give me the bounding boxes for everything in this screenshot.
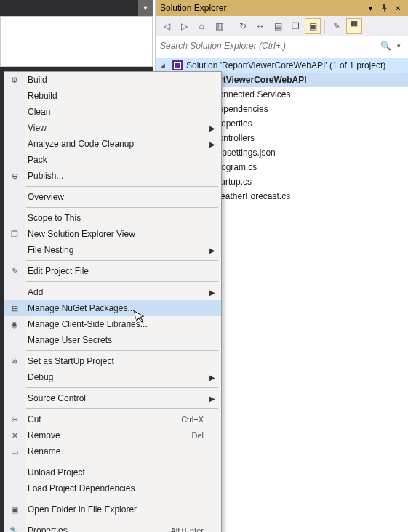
menu-item-label: Pack [28,155,204,165]
solution-search-box[interactable]: 🔍 ▾ [156,36,408,55]
menu-item-label: Rebuild [28,91,204,101]
menu-separator [26,186,218,187]
submenu-arrow-icon: ▶ [209,395,215,403]
menu-item-pack[interactable]: Pack [4,152,221,168]
menu-shortcut: Alt+Enter [163,526,204,532]
menu-item-label: Rename [28,446,204,456]
menu-item-loaddeps[interactable]: Load Project Dependencies [4,480,221,496]
menu-item-debug[interactable]: Debug▶ [4,369,221,385]
solution-explorer-titlebar: Solution Explorer ▾ ✕ [156,0,408,16]
menu-item-build[interactable]: ⚙Build [4,72,221,88]
submenu-arrow-icon: ▶ [209,246,215,254]
tree-item-label: Connected Services [212,89,290,100]
menu-item-label: Debug [28,372,204,382]
solution-label: Solution 'ReportViewerCoreWebAPI' (1 of … [186,60,385,70]
menu-item-secrets[interactable]: Manage User Secrets [4,332,221,348]
menu-item-label: Analyze and Code Cleanup [28,139,204,149]
search-dropdown-icon[interactable]: ▾ [394,42,404,49]
menu-item-nuget[interactable]: ⊞Manage NuGet Packages... [4,300,221,316]
search-icon[interactable]: 🔍 [377,41,394,51]
menu-item-remove[interactable]: ✕RemoveDel [4,427,221,443]
properties-icon[interactable]: ✎ [329,18,345,34]
refresh-icon[interactable]: ↻ [235,18,251,34]
menu-item-newview[interactable]: ❐New Solution Explorer View [4,226,221,242]
menu-item-label: Manage NuGet Packages... [28,303,204,313]
switch-views-icon[interactable]: ▥ [211,18,227,34]
back-icon[interactable]: ◁ [159,18,175,34]
nuget-icon: ⊞ [8,302,21,315]
search-input[interactable] [160,41,377,51]
newview-icon: ❐ [8,227,21,241]
menu-item-label: Unload Project [28,467,204,477]
submenu-arrow-icon: ▶ [209,124,215,132]
editor-blank-area [0,16,153,67]
forward-icon[interactable]: ▷ [176,18,192,34]
submenu-arrow-icon: ▶ [209,289,215,297]
menu-item-unload[interactable]: Unload Project [4,464,221,480]
menu-item-label: New Solution Explorer View [28,229,204,239]
menu-item-publish[interactable]: ⊕Publish... [4,168,221,184]
tree-item-label: appsettings.json [212,148,276,158]
menu-item-label: Clean [28,107,204,117]
menu-item-label: Overview [28,192,204,202]
menu-separator [26,350,218,351]
publish-icon: ⊕ [8,169,21,182]
menu-item-label: Scope to This [28,213,204,223]
menu-item-clean[interactable]: Clean [4,104,221,120]
menu-item-rename[interactable]: ▭Rename [4,443,221,459]
menu-item-label: Remove [28,430,184,440]
menu-item-view[interactable]: View▶ [4,120,221,136]
menu-item-label: Add [28,287,204,297]
startup-icon: ✲ [8,355,21,368]
build-icon: ⚙ [8,73,21,86]
properties-icon: 🔧 [8,524,21,532]
solution-toolbar: ◁ ▷ ⌂ ▥ ↻ ↔ ▤ ❐ ▣ ✎ ▀ [156,16,408,36]
cut-icon: ✂ [8,413,21,426]
menu-item-label: Cut [28,414,174,424]
expand-icon[interactable]: ◢ [160,62,169,69]
show-all-icon[interactable]: ▤ [270,18,286,34]
panel-menu-icon[interactable]: ▾ [364,2,376,14]
menu-item-analyze[interactable]: Analyze and Code Cleanup▶ [4,136,221,152]
menu-item-label: Load Project Dependencies [28,483,204,493]
menu-separator [26,207,218,208]
menu-item-editproj[interactable]: ✎Edit Project File [4,263,221,279]
menu-item-label: Properties [28,525,163,532]
solution-root[interactable]: ◢ Solution 'ReportViewerCoreWebAPI' (1 o… [156,58,408,73]
menu-item-properties[interactable]: 🔧PropertiesAlt+Enter [4,523,221,532]
submenu-arrow-icon: ▶ [209,374,215,382]
home-icon[interactable]: ⌂ [193,18,209,34]
collapse-all-icon[interactable]: ↔ [252,18,268,34]
menu-item-overview[interactable]: Overview [4,189,221,205]
svg-rect-2 [175,63,180,68]
close-icon[interactable]: ✕ [392,2,404,14]
tab-dropdown-arrow[interactable]: ▼ [138,0,153,16]
menu-item-label: Manage User Secrets [28,335,204,345]
menu-item-label: Manage Client-Side Libraries... [28,319,204,329]
menu-shortcut: Del [184,431,204,440]
preview-icon[interactable]: ▣ [305,18,321,34]
menu-item-filenest[interactable]: File Nesting▶ [4,242,221,258]
rename-icon: ▭ [8,445,21,458]
menu-shortcut: Ctrl+X [174,415,204,424]
menu-item-startup[interactable]: ✲Set as StartUp Project [4,353,221,369]
clientlib-icon: ◉ [8,318,21,331]
menu-item-srcctrl[interactable]: Source Control▶ [4,390,221,406]
menu-item-scope[interactable]: Scope to This [4,210,221,226]
menu-item-clientlib[interactable]: ◉Manage Client-Side Libraries... [4,316,221,332]
menu-item-label: File Nesting [28,245,204,255]
menu-item-openfolder[interactable]: ▣Open Folder in File Explorer [4,501,221,517]
submenu-arrow-icon: ▶ [209,140,215,148]
menu-item-label: Open Folder in File Explorer [28,504,204,515]
wrench-icon[interactable]: ▀ [346,18,362,34]
menu-item-add[interactable]: Add▶ [4,284,221,300]
menu-separator [26,520,218,520]
menu-item-label: View [28,123,204,133]
view-code-icon[interactable]: ❐ [287,18,303,34]
menu-item-rebuild[interactable]: Rebuild [4,88,221,104]
menu-item-label: Publish... [28,171,204,181]
pin-icon[interactable] [378,2,390,14]
menu-item-cut[interactable]: ✂CutCtrl+X [4,411,221,427]
menu-separator [26,260,218,261]
panel-title: Solution Explorer [160,3,364,13]
